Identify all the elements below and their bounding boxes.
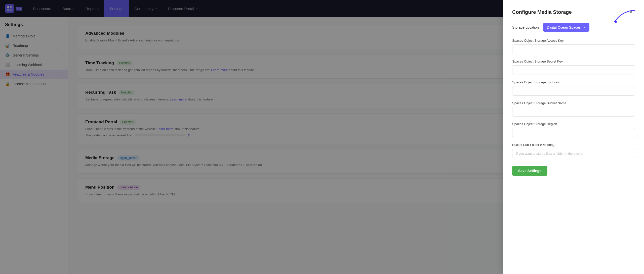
access-key-group: Spaces Object Storage Access Key [512, 39, 635, 54]
save-settings-button[interactable]: Save Settings [512, 166, 547, 176]
bucket-name-group: Spaces Object Storage Bucket Name [512, 101, 635, 117]
region-input[interactable] [512, 128, 635, 137]
access-key-label: Spaces Object Storage Access Key [512, 39, 635, 42]
storage-location-dropdown[interactable]: Digital Ocean Spaces ▼ [543, 23, 590, 32]
bucket-name-input[interactable] [512, 107, 635, 117]
bucket-name-label: Spaces Object Storage Bucket Name [512, 101, 635, 105]
endpoint-group: Spaces Object Storage Endpoint [512, 80, 635, 96]
dropdown-caret-icon: ▼ [583, 26, 586, 29]
subfolder-label: Bucket Sub-Folder (Optional) [512, 143, 635, 147]
subfolder-group: Bucket Sub-Folder (Optional) [512, 143, 635, 158]
configure-media-storage-panel: Configure Media Storage × Storage Locati… [503, 0, 644, 274]
secret-key-label: Spaces Object Storage Secret Key [512, 60, 635, 63]
subfolder-input[interactable] [512, 149, 635, 158]
secret-key-group: Spaces Object Storage Secret Key [512, 60, 635, 75]
arrow-annotation [600, 8, 640, 29]
storage-location-label: Storage Location [512, 25, 539, 29]
region-label: Spaces Object Storage Region [512, 122, 635, 126]
access-key-input[interactable] [512, 44, 635, 54]
secret-key-input[interactable] [512, 65, 635, 75]
region-group: Spaces Object Storage Region [512, 122, 635, 137]
endpoint-input[interactable] [512, 86, 635, 96]
modal-title: Configure Media Storage [512, 9, 572, 15]
endpoint-label: Spaces Object Storage Endpoint [512, 80, 635, 84]
svg-marker-4 [614, 21, 617, 24]
